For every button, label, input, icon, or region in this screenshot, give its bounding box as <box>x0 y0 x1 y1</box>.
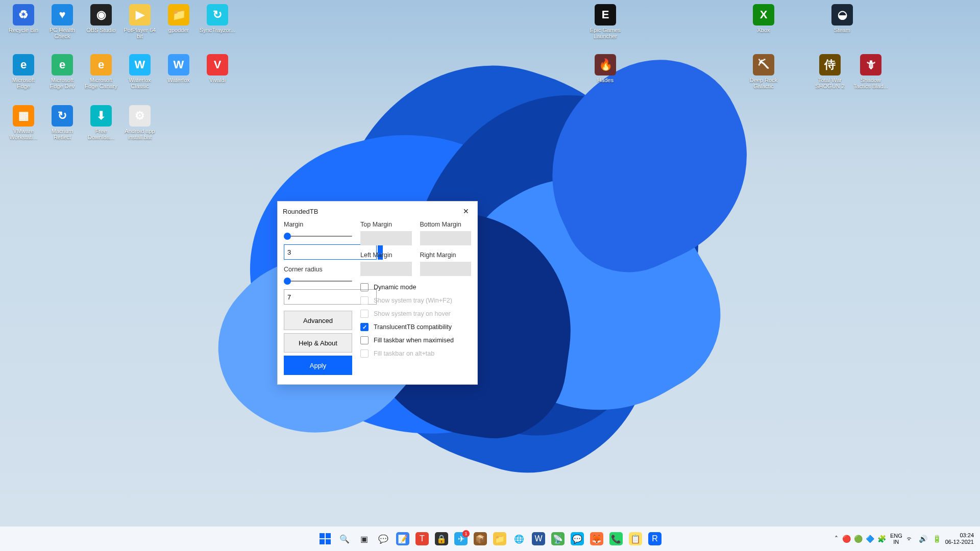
icon-label: Macrium Reflect <box>44 128 81 140</box>
desktop-icon-obs-studio[interactable]: ◉OBS Studio <box>83 4 119 33</box>
desktop-icon-vmware-workstati[interactable]: ▦VMware Workstati... <box>5 105 42 140</box>
wifi-icon: ᯤ <box>906 535 914 543</box>
taskbar-item-chrome[interactable]: 🌐 <box>510 530 528 547</box>
desktop-icon-total-war-shogun-2[interactable]: 侍Total War SHOGUN 2 <box>812 54 848 89</box>
fill-alttab-checkbox: Fill taskbar on alt+tab <box>360 349 471 358</box>
desktop-icon-microsoft-edge-dev[interactable]: eMicrosoft Edge Dev <box>44 54 81 89</box>
whatsapp-icon: 📞 <box>609 532 623 545</box>
desktop-icon-potplayer-64-bit[interactable]: ▶PotPlayer 64 bit <box>121 4 158 39</box>
icon-label: Waterfox Classic <box>121 77 158 89</box>
icon-label: Free Downloa... <box>83 128 119 140</box>
desktop-icon-microsoft-edge-canary[interactable]: eMicrosoft Edge Canary <box>83 54 119 89</box>
taskbar-item-winrar[interactable]: 📦 <box>472 530 489 547</box>
app-icon: ▦ <box>13 105 34 127</box>
app-icon: ◒ <box>831 4 853 26</box>
desktop-icon-gpodder[interactable]: 📁gpodder <box>160 4 197 33</box>
desktop-icon-free-downloa[interactable]: ⬇Free Downloa... <box>83 105 119 140</box>
taskbar-item-todoist[interactable]: T <box>413 530 431 547</box>
firefox-icon: 🦊 <box>590 532 603 545</box>
desktop-icon-hades[interactable]: 🔥Hades <box>587 54 624 83</box>
tray-icon-2[interactable]: 🔷 <box>866 535 874 543</box>
icon-label: Waterfox <box>160 77 197 83</box>
bottom-margin-input[interactable] <box>420 231 472 245</box>
desktop-icon-shadow-tactics-blad[interactable]: 🗡Shadow Tactics Blad... <box>852 54 889 89</box>
top-margin-input[interactable] <box>360 231 412 245</box>
bottom-margin-label: Bottom Margin <box>420 221 472 228</box>
taskbar-item-task-view[interactable]: ▣ <box>355 530 373 547</box>
tray-icon-1[interactable]: 🟢 <box>854 535 863 543</box>
dynamic-mode-checkbox[interactable]: Dynamic mode <box>360 283 471 291</box>
tray-chevron-icon[interactable]: ˄ <box>835 535 838 543</box>
taskbar-center: 🔍▣💬📝T🔒✈1📦📁🌐W📡💬🦊📞📋R <box>316 530 664 547</box>
taskbar-item-search[interactable]: 🔍 <box>336 530 353 547</box>
tray-icon-0[interactable]: 🔴 <box>842 535 851 543</box>
app-icon: ♻ <box>13 4 34 26</box>
taskbar-item-telegram[interactable]: ✈1 <box>452 530 470 547</box>
desktop-icon-xbox[interactable]: XXbox <box>745 4 782 33</box>
desktop-icon-waterfox[interactable]: WWaterfox <box>160 54 197 83</box>
app-icon: V <box>207 54 228 76</box>
desktop-icon-pc-health-check[interactable]: ♥PC Health Check <box>44 4 81 39</box>
left-margin-label: Left Margin <box>360 252 412 259</box>
icon-label: Total War SHOGUN 2 <box>812 77 848 89</box>
app-icon: 🔥 <box>595 54 616 76</box>
desktop-icon-waterfox-classic[interactable]: WWaterfox Classic <box>121 54 158 89</box>
desktop-icon-recycle-bin[interactable]: ♻Recycle Bin <box>5 4 42 33</box>
chrome-icon: 🌐 <box>512 532 526 545</box>
icon-label: Steam <box>824 27 861 33</box>
windows-logo-icon <box>320 533 331 544</box>
taskbar-item-sticky[interactable]: 📋 <box>627 530 644 547</box>
desktop-icon-synctrayzor[interactable]: ↻SyncTrayzor... <box>199 4 236 33</box>
apply-button[interactable]: Apply <box>284 356 352 375</box>
desktop-icon-deep-rock-galactic[interactable]: ⛏Deep Rock Galactic <box>745 54 782 89</box>
taskbar-item-whatsapp[interactable]: 📞 <box>607 530 625 547</box>
app-icon: E <box>595 4 616 26</box>
taskbar-item-chat[interactable]: 💬 <box>375 530 392 547</box>
right-margin-input[interactable] <box>420 262 472 276</box>
taskbar-item-roundedtb[interactable]: R <box>646 530 664 547</box>
language-switcher[interactable]: ENG IN <box>890 533 902 545</box>
right-margin-label: Right Margin <box>420 252 472 259</box>
clock-date: 06-12-2021 <box>945 539 974 545</box>
icon-label: Shadow Tactics Blad... <box>852 77 889 89</box>
icon-label: Recycle Bin <box>5 27 42 33</box>
taskbar-item-rss[interactable]: 📡 <box>549 530 567 547</box>
tray-icon-3[interactable]: 🧩 <box>877 535 886 543</box>
margin-slider[interactable] <box>284 231 352 241</box>
desktop-icon-android-app-install-bat[interactable]: ⚙Android app install.bat <box>121 105 158 140</box>
dialog-titlebar[interactable]: RoundedTB ✕ <box>278 202 477 221</box>
help-about-button[interactable]: Help & About <box>284 333 352 353</box>
corner-radius-slider[interactable] <box>284 276 352 286</box>
close-button[interactable]: ✕ <box>460 205 472 217</box>
icon-label: Xbox <box>745 27 782 33</box>
taskbar-item-firefox[interactable]: 🦊 <box>588 530 605 547</box>
desktop-icon-steam[interactable]: ◒Steam <box>824 4 861 33</box>
desktop-icon-epic-games-launcher[interactable]: EEpic Games Launcher <box>587 4 624 39</box>
icon-label: PC Health Check <box>44 27 81 39</box>
taskbar-item-keepass[interactable]: 🔒 <box>433 530 450 547</box>
fill-maximised-checkbox[interactable]: Fill taskbar when maximised <box>360 336 471 344</box>
volume-icon: 🔊 <box>919 535 927 543</box>
app-icon: W <box>129 54 151 76</box>
left-margin-input[interactable] <box>360 262 412 276</box>
taskbar-item-file-explorer[interactable]: 📁 <box>491 530 508 547</box>
advanced-button[interactable]: Advanced <box>284 311 352 330</box>
taskbar-item-start[interactable] <box>316 530 334 547</box>
app-icon: ⚙ <box>129 105 151 127</box>
clock[interactable]: 03:24 06-12-2021 <box>945 532 977 545</box>
desktop-icon-vivaldi[interactable]: VVivaldi <box>199 54 236 83</box>
desktop-icon-macrium-reflect[interactable]: ↻Macrium Reflect <box>44 105 81 140</box>
desktop-icon-microsoft-edge[interactable]: eMicrosoft Edge <box>5 54 42 89</box>
app-icon: ⛏ <box>753 54 774 76</box>
margin-label: Margin <box>284 221 352 228</box>
taskbar-item-notes[interactable]: 📝 <box>394 530 411 547</box>
app-icon: ↻ <box>52 105 73 127</box>
todoist-icon: T <box>415 532 429 545</box>
translucenttb-checkbox[interactable]: TranslucentTB compatibility <box>360 323 471 331</box>
app-icon: e <box>52 54 73 76</box>
network-sound-battery[interactable]: ᯤ 🔊 🔋 <box>906 535 941 543</box>
taskbar-item-word[interactable]: W <box>530 530 547 547</box>
taskbar-item-skype[interactable]: 💬 <box>569 530 586 547</box>
word-icon: W <box>532 532 545 545</box>
search-icon: 🔍 <box>338 532 351 545</box>
